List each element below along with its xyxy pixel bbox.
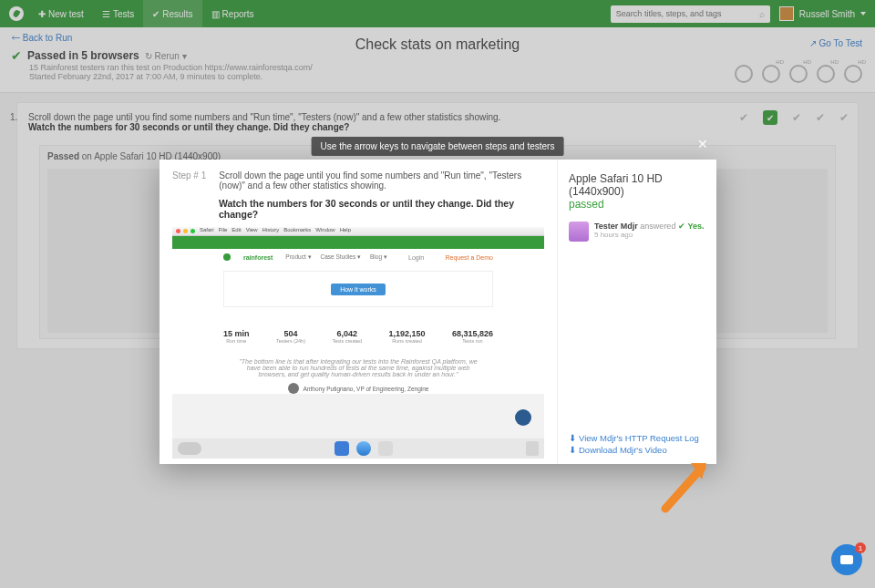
tester-avatar xyxy=(569,222,589,242)
answered-label: answered xyxy=(640,222,675,231)
demo-link: Request a Demo xyxy=(445,254,493,261)
site-banner xyxy=(172,236,544,249)
modal-status: passed xyxy=(569,198,705,211)
tester-name: Tester Mdjr xyxy=(594,222,638,231)
modal-step-instruction: Scroll down the page until you find some… xyxy=(219,170,544,191)
author-avatar xyxy=(288,383,299,394)
testimonial-quote: "The bottom line is that after integrati… xyxy=(236,358,480,377)
finder-icon xyxy=(335,441,349,456)
mac-dock xyxy=(172,438,544,459)
nav-hint: Use the arrow keys to navigate between s… xyxy=(312,137,564,156)
chat-bubble-icon xyxy=(515,409,531,426)
answer-time: 5 hours ago xyxy=(594,231,704,239)
download-links: ⬇View Mdjr's HTTP Request Log ⬇Download … xyxy=(569,431,699,455)
quicklook-icon xyxy=(178,442,201,455)
testimonial-author: Anthony Putignano, VP of Engineering, Ze… xyxy=(172,383,544,394)
check-icon: ✔ xyxy=(678,222,685,231)
download-icon: ⬇ xyxy=(569,433,576,443)
safari-icon xyxy=(356,441,371,456)
close-icon[interactable]: ✕ xyxy=(697,137,708,151)
modal-left-pane: Step # 1 Scroll down the page until you … xyxy=(160,160,558,464)
login-link: Login xyxy=(408,254,424,261)
site-brand: rainforest xyxy=(243,254,273,261)
stats-row: 15 minRun time504Testers (24h)6,042Tests… xyxy=(223,329,493,344)
hiw-section: How it works xyxy=(223,271,493,307)
app-icon xyxy=(378,441,393,456)
download-icon: ⬇ xyxy=(569,445,576,455)
site-header: rainforest Product ▾Case Studies ▾Blog ▾… xyxy=(172,249,544,265)
screenshot[interactable]: SafariFileEditViewHistoryBookmarksWindow… xyxy=(172,227,544,459)
trash-icon xyxy=(526,441,539,456)
how-it-works-button: How it works xyxy=(331,284,386,295)
download-video-link[interactable]: ⬇Download Mdjr's Video xyxy=(569,445,699,455)
modal-step-label: Step # 1 xyxy=(172,170,206,191)
notification-badge: 1 xyxy=(855,542,866,553)
modal-step-question: Watch the numbers for 30 seconds or unti… xyxy=(219,198,544,220)
view-http-log-link[interactable]: ⬇View Mdjr's HTTP Request Log xyxy=(569,433,699,443)
tester-row: Tester Mdjr answered ✔ Yes. 5 hours ago xyxy=(569,222,705,242)
rainforest-logo-icon xyxy=(223,253,231,261)
mac-menubar: SafariFileEditViewHistoryBookmarksWindow… xyxy=(172,227,544,236)
modal-platform: Apple Safari 10 HD (1440x900) xyxy=(569,172,705,198)
modal-right-pane: Apple Safari 10 HD (1440x900) passed Tes… xyxy=(558,160,716,464)
step-detail-modal: Step # 1 Scroll down the page until you … xyxy=(160,160,716,464)
answer-yes: Yes. xyxy=(687,222,704,231)
